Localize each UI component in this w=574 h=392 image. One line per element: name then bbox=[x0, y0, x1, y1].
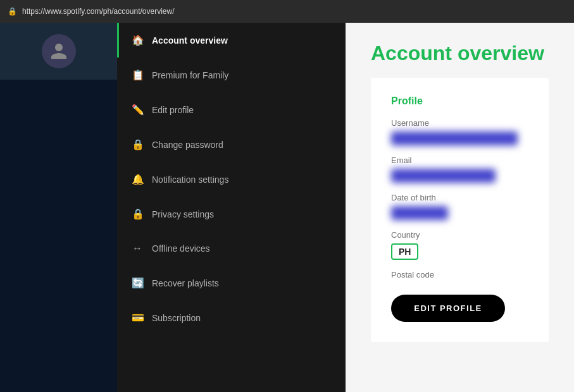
edit-icon: ✏️ bbox=[132, 104, 143, 116]
dob-label: Date of birth bbox=[391, 193, 528, 202]
postal-label: Postal code bbox=[391, 270, 528, 279]
country-field: Country PH bbox=[391, 230, 528, 260]
username-field: Username bbox=[391, 118, 528, 145]
home-icon: 🏠 bbox=[132, 34, 143, 46]
main-layout: 🏠 Account overview 📋 Premium for Family … bbox=[0, 23, 574, 392]
sidebar-item-account-overview[interactable]: 🏠 Account overview bbox=[117, 23, 346, 58]
profile-section-title: Profile bbox=[391, 95, 528, 107]
sidebar-avatar bbox=[0, 23, 117, 80]
country-label: Country bbox=[391, 230, 528, 240]
devices-icon: ↔️ bbox=[132, 243, 143, 254]
bell-icon: 🔔 bbox=[132, 173, 143, 185]
email-value bbox=[391, 169, 496, 183]
sidebar-item-label: Notification settings bbox=[152, 175, 228, 185]
username-value bbox=[391, 132, 518, 145]
profile-card: Profile Username Email Date of birth Cou… bbox=[371, 78, 549, 342]
sidebar-item-edit-profile[interactable]: ✏️ Edit profile bbox=[117, 92, 346, 127]
sidebar-item-subscription[interactable]: 💳 Subscription bbox=[117, 300, 346, 335]
edit-profile-button[interactable]: EDIT PROFILE bbox=[391, 295, 505, 322]
content-area: Account overview Profile Username Email … bbox=[346, 23, 574, 392]
nav-menu: 🏠 Account overview 📋 Premium for Family … bbox=[117, 23, 346, 392]
sidebar-item-notification-settings[interactable]: 🔔 Notification settings bbox=[117, 162, 346, 197]
username-label: Username bbox=[391, 118, 528, 128]
dob-field: Date of birth bbox=[391, 193, 528, 220]
browser-bar: 🔒 https://www.spotify.com/ph/account/ove… bbox=[0, 0, 574, 23]
sidebar-item-label: Account overview bbox=[152, 35, 228, 46]
page-title: Account overview bbox=[371, 42, 549, 65]
recover-icon: 🔄 bbox=[132, 277, 143, 289]
sidebar-item-label: Privacy settings bbox=[152, 209, 214, 219]
sidebar-item-label: Subscription bbox=[152, 313, 201, 323]
sidebar-item-label: Premium for Family bbox=[152, 70, 228, 80]
family-icon: 📋 bbox=[132, 69, 143, 81]
country-value: PH bbox=[391, 243, 418, 260]
sidebar-item-premium-for-family[interactable]: 📋 Premium for Family bbox=[117, 58, 346, 92]
email-field: Email bbox=[391, 156, 528, 183]
lock-icon: 🔒 bbox=[8, 7, 17, 16]
privacy-icon: 🔒 bbox=[132, 208, 143, 220]
sidebar-item-label: Offline devices bbox=[152, 243, 210, 254]
dob-value bbox=[391, 206, 448, 220]
sidebar-item-offline-devices[interactable]: ↔️ Offline devices bbox=[117, 231, 346, 266]
subscription-icon: 💳 bbox=[132, 312, 143, 324]
sidebar-item-privacy-settings[interactable]: 🔒 Privacy settings bbox=[117, 197, 346, 231]
avatar bbox=[42, 34, 76, 68]
sidebar-left bbox=[0, 23, 117, 392]
sidebar-item-recover-playlists[interactable]: 🔄 Recover playlists bbox=[117, 266, 346, 300]
url-bar[interactable]: https://www.spotify.com/ph/account/overv… bbox=[22, 7, 175, 16]
content-header: Account overview bbox=[346, 23, 574, 78]
sidebar-item-label: Change password bbox=[152, 140, 223, 150]
sidebar-item-label: Recover playlists bbox=[152, 278, 219, 288]
lock-icon: 🔒 bbox=[132, 138, 143, 150]
email-label: Email bbox=[391, 156, 528, 165]
postal-field: Postal code bbox=[391, 270, 528, 279]
sidebar-item-label: Edit profile bbox=[152, 105, 194, 115]
sidebar-item-change-password[interactable]: 🔒 Change password bbox=[117, 127, 346, 162]
